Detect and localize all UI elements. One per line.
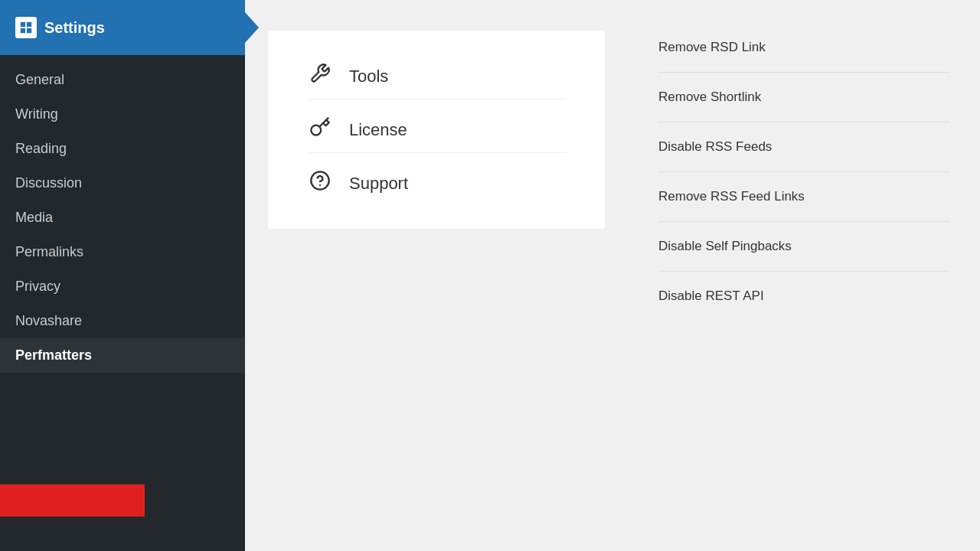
sidebar: Settings GeneralWritingReadingDiscussion… xyxy=(0,0,245,551)
sidebar-header: Settings xyxy=(0,0,245,55)
right-panel: Remove RSD LinkRemove ShortlinkDisable R… xyxy=(628,0,980,551)
center-panel: Tools License Support xyxy=(245,0,628,551)
sidebar-item-media[interactable]: Media xyxy=(0,201,245,235)
sidebar-item-reading[interactable]: Reading xyxy=(0,132,245,166)
sidebar-item-general[interactable]: General xyxy=(0,63,245,97)
plugin-card-item-support[interactable]: Support xyxy=(306,161,567,206)
sidebar-title: Settings xyxy=(44,19,105,37)
sidebar-item-privacy[interactable]: Privacy xyxy=(0,269,245,304)
sidebar-item-perfmatters[interactable]: Perfmatters xyxy=(0,338,245,373)
plugin-card: Tools License Support xyxy=(268,31,605,229)
right-item-remove-rsd-link[interactable]: Remove RSD Link xyxy=(658,23,949,73)
svg-rect-2 xyxy=(21,28,25,33)
plugin-card-item-tools[interactable]: Tools xyxy=(306,54,567,99)
license-label: License xyxy=(349,120,407,140)
right-item-disable-self-pingbacks[interactable]: Disable Self Pingbacks xyxy=(658,222,949,272)
plugin-card-item-license[interactable]: License xyxy=(306,107,567,153)
right-item-remove-shortlink[interactable]: Remove Shortlink xyxy=(658,73,949,122)
svg-rect-3 xyxy=(27,28,31,33)
sidebar-item-permalinks[interactable]: Permalinks xyxy=(0,235,245,269)
sidebar-item-writing[interactable]: Writing xyxy=(0,97,245,132)
svg-rect-0 xyxy=(21,22,25,27)
svg-rect-1 xyxy=(27,22,31,27)
support-icon xyxy=(306,170,334,197)
support-label: Support xyxy=(349,174,408,194)
tools-label: Tools xyxy=(349,67,388,86)
main-content: Tools License Support Remove RSD LinkRem… xyxy=(245,0,980,551)
right-item-remove-rss-feed-links[interactable]: Remove RSS Feed Links xyxy=(658,172,949,222)
license-icon xyxy=(306,116,334,143)
right-item-disable-rest-api[interactable]: Disable REST API xyxy=(658,272,949,321)
sidebar-item-discussion[interactable]: Discussion xyxy=(0,166,245,201)
settings-wp-icon xyxy=(15,17,37,38)
tools-icon xyxy=(306,63,334,90)
right-item-disable-rss-feeds[interactable]: Disable RSS Feeds xyxy=(658,122,949,172)
sidebar-item-novashare[interactable]: Novashare xyxy=(0,304,245,338)
sidebar-nav: GeneralWritingReadingDiscussionMediaPerm… xyxy=(0,55,245,551)
